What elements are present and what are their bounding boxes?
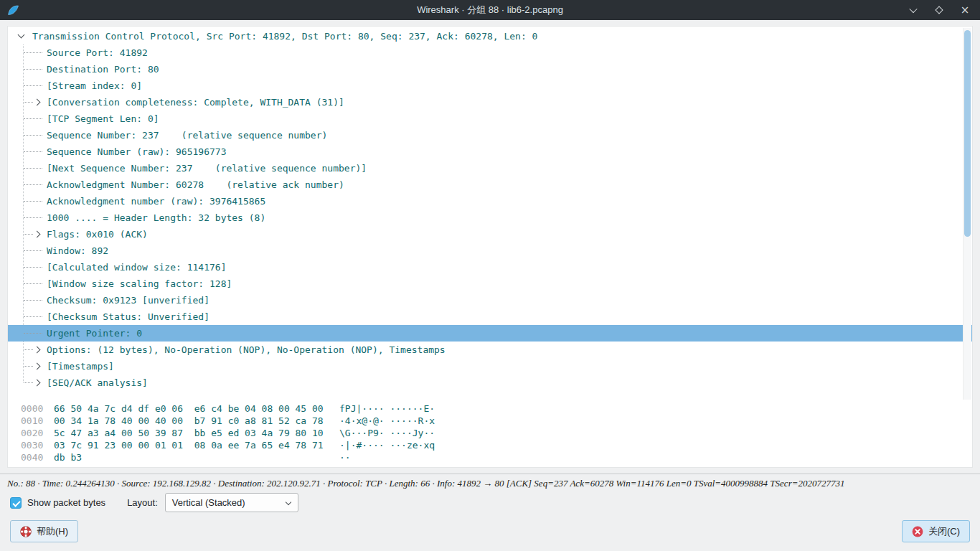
tree-branch-line: [24, 201, 42, 202]
layout-label: Layout:: [127, 497, 158, 508]
packet-bytes-pane: 000066 50 4a 7c d4 df e0 06 e6 c4 be 04 …: [8, 392, 972, 463]
tree-row-label: [Conversation completeness: Complete, WI…: [47, 97, 344, 108]
tree-row-label: [Checksum Status: Unverified]: [47, 311, 209, 322]
layout-select[interactable]: Vertical (Stacked): [165, 493, 298, 512]
tree-row-label: 1000 .... = Header Length: 32 bytes (8): [47, 212, 265, 223]
show-packet-bytes-label[interactable]: Show packet bytes: [27, 497, 105, 508]
tree-row-label: Acknowledgment Number: 60278 (relative a…: [47, 179, 344, 190]
tree-row[interactable]: Sequence Number (raw): 965196773: [8, 143, 972, 160]
close-x-icon: [912, 526, 923, 537]
hex-ascii: ··: [339, 451, 351, 463]
expander-collapsed-icon[interactable]: [34, 231, 41, 238]
hex-row[interactable]: 0040db b3··: [21, 451, 972, 463]
show-packet-bytes-checkbox[interactable]: [10, 497, 22, 509]
tree-branch-line: [24, 168, 42, 169]
tree-row-label: [Next Sequence Number: 237 (relative seq…: [47, 163, 367, 174]
hex-row[interactable]: 000066 50 4a 7c d4 df e0 06 e6 c4 be 04 …: [21, 402, 972, 415]
hex-ascii: ·4·x@·@· ·····R·x: [339, 415, 435, 427]
tree-branch-line: [24, 316, 42, 317]
window-title: Wireshark · 分组 88 · lib6-2.pcapng: [0, 4, 980, 17]
tree-row[interactable]: Destination Port: 80: [8, 61, 972, 77]
hex-bytes: 66 50 4a 7c d4 df e0 06 e6 c4 be 04 08 0…: [54, 402, 339, 415]
tree-branch-line: [24, 349, 33, 350]
minimize-icon[interactable]: [908, 5, 918, 15]
tree-row-label: [Stream index: 0]: [47, 80, 142, 91]
hex-ascii: \G···P9· ····Jy··: [339, 427, 435, 439]
hex-offset: 0020: [21, 427, 54, 439]
tree-row[interactable]: [Next Sequence Number: 237 (relative seq…: [8, 160, 972, 176]
hex-row[interactable]: 001000 34 1a 78 40 00 40 00 b7 91 c0 a8 …: [21, 415, 972, 427]
window-controls: ×: [908, 5, 970, 15]
tree-row-label: Window: 892: [47, 245, 108, 256]
tree-row[interactable]: Checksum: 0x9123 [unverified]: [8, 292, 972, 309]
tree-row[interactable]: Window: 892: [8, 242, 972, 259]
tree-row-label: Flags: 0x010 (ACK): [47, 229, 148, 240]
tree-row[interactable]: Source Port: 41892: [8, 44, 972, 61]
tree-branch-line: [24, 234, 33, 235]
close-button-label: 关闭(C): [928, 525, 960, 538]
expander-collapsed-icon[interactable]: [34, 380, 41, 387]
vertical-scrollbar[interactable]: [963, 28, 971, 400]
tree-branch-line: [24, 135, 42, 136]
titlebar: Wireshark · 分组 88 · lib6-2.pcapng ×: [0, 0, 980, 20]
hex-bytes: 5c 47 a3 a4 00 50 39 87 bb e5 ed 03 4a 7…: [54, 427, 339, 439]
expander-collapsed-icon[interactable]: [34, 347, 41, 354]
layout-select-value: Vertical (Stacked): [172, 497, 245, 508]
tree-row[interactable]: [Window size scaling factor: 128]: [8, 276, 972, 292]
tree-row[interactable]: [Conversation completeness: Complete, WI…: [8, 94, 972, 110]
tree-row-label: Checksum: 0x9123 [unverified]: [47, 295, 209, 306]
tree-row-label: Transmission Control Protocol, Src Port:…: [32, 31, 537, 42]
tree-row[interactable]: [Timestamps]: [8, 358, 972, 375]
tree-row-label: Sequence Number (raw): 965196773: [47, 146, 226, 157]
tree-row[interactable]: Sequence Number: 237 (relative sequence …: [8, 127, 972, 143]
packet-summary-line: No.: 88 · Time: 0.244264130 · Source: 19…: [0, 474, 980, 489]
tree-branch-line: [24, 300, 42, 301]
expander-expanded-icon[interactable]: [18, 32, 25, 39]
close-window-icon[interactable]: ×: [960, 5, 970, 15]
help-lifebuoy-icon: [20, 526, 32, 537]
tree-branch-line: [24, 267, 42, 268]
tree-row[interactable]: 1000 .... = Header Length: 32 bytes (8): [8, 209, 972, 226]
tree-branch-line: [24, 382, 33, 383]
chevron-down-icon: [286, 499, 291, 505]
tree-row[interactable]: [SEQ/ACK analysis]: [8, 375, 972, 391]
tree-row[interactable]: [Calculated window size: 114176]: [8, 259, 972, 276]
packet-dialog-body: Transmission Control Protocol, Src Port:…: [7, 26, 973, 468]
close-button[interactable]: 关闭(C): [902, 520, 970, 542]
tree-row[interactable]: Acknowledgment number (raw): 3976415865: [8, 193, 972, 209]
tree-row[interactable]: [TCP Segment Len: 0]: [8, 110, 972, 127]
tree-branch-line: [24, 184, 42, 185]
maximize-icon[interactable]: [934, 5, 944, 15]
tree-row-label: Destination Port: 80: [47, 64, 159, 75]
tree-row-label: [Timestamps]: [47, 361, 114, 372]
tree-row-label: [Calculated window size: 114176]: [47, 262, 226, 273]
tree-branch-line: [24, 118, 42, 119]
tree-branch-line: [24, 217, 42, 218]
tree-row[interactable]: Options: (12 bytes), No-Operation (NOP),…: [8, 342, 972, 358]
expander-collapsed-icon[interactable]: [34, 363, 41, 370]
tree-row-label: Options: (12 bytes), No-Operation (NOP),…: [47, 344, 446, 355]
tree-branch-line: [24, 151, 42, 152]
tree-row[interactable]: Transmission Control Protocol, Src Port:…: [8, 28, 972, 44]
tree-row[interactable]: Flags: 0x010 (ACK): [8, 226, 972, 242]
hex-row[interactable]: 003003 7c 91 23 00 00 01 01 08 0a ee 7a …: [21, 439, 972, 451]
hex-offset: 0040: [21, 451, 54, 463]
tree-row[interactable]: [Stream index: 0]: [8, 77, 972, 94]
tree-row[interactable]: Acknowledgment Number: 60278 (relative a…: [8, 176, 972, 193]
tree-row-label: Acknowledgment number (raw): 3976415865: [47, 196, 265, 207]
expander-collapsed-icon[interactable]: [34, 99, 41, 106]
tree-row-label: [SEQ/ACK analysis]: [47, 377, 148, 388]
tree-row[interactable]: [Checksum Status: Unverified]: [8, 309, 972, 325]
hex-bytes: db b3: [54, 451, 339, 463]
hex-row[interactable]: 00205c 47 a3 a4 00 50 39 87 bb e5 ed 03 …: [21, 427, 972, 439]
scrollbar-thumb[interactable]: [964, 30, 971, 237]
tree-row-label: [Window size scaling factor: 128]: [47, 278, 232, 289]
tree-row[interactable]: Urgent Pointer: 0: [8, 325, 972, 342]
wireshark-app-icon: [7, 4, 19, 17]
tree-branch-line: [24, 102, 33, 103]
tree-branch-line: [24, 69, 42, 70]
tree-branch-line: [24, 52, 42, 53]
help-button[interactable]: 帮助(H): [10, 520, 78, 542]
tree-branch-line: [24, 250, 42, 251]
tree-row-label: Sequence Number: 237 (relative sequence …: [47, 130, 327, 141]
